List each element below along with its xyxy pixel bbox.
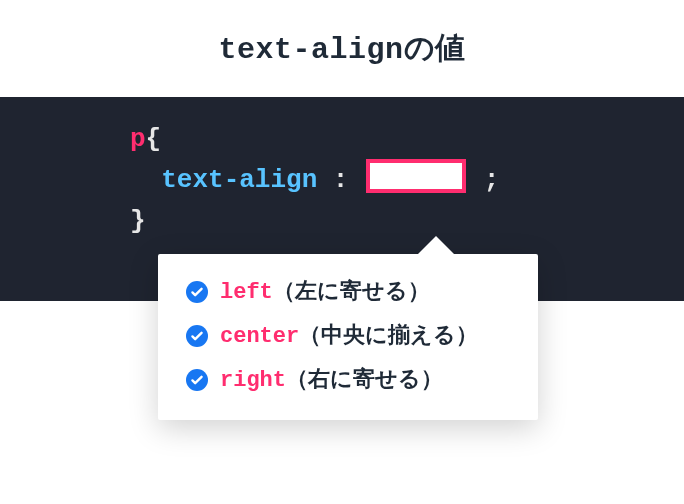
code-colon: : bbox=[317, 165, 364, 195]
check-circle-icon bbox=[186, 325, 208, 347]
option-desc: （中央に揃える） bbox=[299, 322, 478, 347]
check-circle-icon bbox=[186, 281, 208, 303]
code-semicolon: ; bbox=[468, 165, 499, 195]
option-value: right bbox=[220, 368, 286, 393]
code-indent bbox=[130, 165, 161, 195]
value-placeholder-box bbox=[366, 159, 466, 193]
option-desc: （右に寄せる） bbox=[286, 366, 443, 391]
code-line-1: p{ bbox=[130, 119, 684, 159]
page-title: text-alignの値 bbox=[0, 0, 684, 69]
option-center: center（中央に揃える） bbox=[186, 324, 510, 348]
option-desc: （左に寄せる） bbox=[273, 278, 430, 303]
option-value: left bbox=[220, 280, 273, 305]
option-value: center bbox=[220, 324, 299, 349]
check-circle-icon bbox=[186, 369, 208, 391]
code-line-2: text-align : ; bbox=[130, 159, 684, 200]
brace-open: { bbox=[146, 124, 162, 154]
brace-close: } bbox=[130, 206, 146, 236]
option-left: left（左に寄せる） bbox=[186, 280, 510, 304]
code-selector: p bbox=[130, 124, 146, 154]
code-line-3: } bbox=[130, 201, 684, 241]
option-right: right（右に寄せる） bbox=[186, 368, 510, 392]
code-property: text-align bbox=[161, 165, 317, 195]
values-tooltip: left（左に寄せる） center（中央に揃える） right（右に寄せる） bbox=[158, 254, 538, 420]
